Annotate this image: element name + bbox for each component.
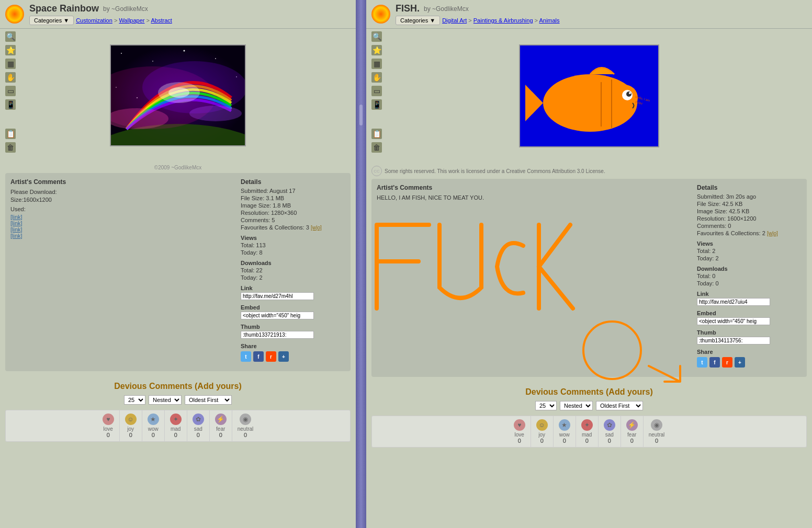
left-link-input[interactable] [241,292,314,300]
right-image-area: Hello, I am FISH [366,29,812,163]
right-grid-icon[interactable]: ▦ [371,59,382,69]
left-share-heading: Share [241,343,345,349]
left-title: Space Rainbow [29,3,99,14]
right-resolution: Resolution: 1600×1200 [697,215,802,222]
right-link-input[interactable] [697,298,770,306]
left-logo [5,5,24,24]
left-emotion-fear[interactable]: ⚡ fear 0 [210,410,232,441]
left-link-3[interactable]: [link] [10,226,235,233]
left-embed-input[interactable] [241,312,314,319]
right-add-yours[interactable]: (Add yours) [606,387,653,396]
svg-point-2 [152,61,153,62]
right-thumb-heading: Thumb [697,329,802,336]
left-nav-customization[interactable]: Customization [76,17,112,24]
zoom-icon[interactable]: 🔍 [5,31,16,42]
right-emotion-sad[interactable]: ✿ sad 0 [599,416,621,447]
left-link-1[interactable]: [link] [10,214,235,220]
star-icon[interactable]: ⭐ [5,45,16,55]
right-comments-order[interactable]: Oldest First Newest First [596,401,643,410]
right-emotion-joy[interactable]: ☺ joy 0 [531,416,554,447]
left-emotion-joy[interactable]: ☺ joy 0 [120,410,142,441]
left-header-info: Space Rainbow by ~GodlikeMcx Categories … [29,3,172,25]
neutral-label: neutral [238,426,254,432]
left-emotion-neutral[interactable]: ◉ neutral 0 [232,410,259,441]
right-nav-paintings[interactable]: Paintings & Airbrushing [473,17,533,24]
right-downloads-today: Today: 0 [697,280,802,286]
right-title: FISH. [396,3,420,14]
left-size-label: Size:1600x1200 [10,197,235,203]
neutral-icon: ◉ [240,414,251,425]
right-emotion-love[interactable]: ♥ love 0 [509,416,531,447]
right-categories-btn[interactable]: Categories ▼ [396,16,440,25]
right-thumb-input[interactable] [697,337,770,345]
left-more-share-icon[interactable]: + [278,351,289,362]
right-embed-input[interactable] [697,317,770,325]
right-comments-count[interactable]: 25 50 [535,401,557,410]
right-star-icon[interactable]: ⭐ [371,45,382,55]
left-fav-link[interactable]: [w|o] [311,225,322,231]
hand-icon[interactable]: ✋ [5,72,16,83]
rect-icon[interactable]: ▭ [5,86,16,96]
right-nav-digital[interactable]: Digital Art [442,17,467,24]
right-emotion-fear[interactable]: ⚡ fear 0 [621,416,644,447]
left-thumb-input[interactable] [241,331,314,339]
left-image-size: Image Size: 1.8 MB [241,202,345,209]
right-embed-heading: Embed [697,310,802,316]
left-emotion-mad[interactable]: ✦ mad 0 [165,410,187,441]
left-link-4[interactable]: [link] [10,233,235,239]
right-artist-text: HELLO, I AM FISH, NICE TO MEAT YOU. [377,194,692,201]
right-trash-icon[interactable]: 🗑 [371,142,382,153]
right-hand-icon[interactable]: ✋ [371,72,382,83]
right-artist-comments-heading: Artist's Comments [377,184,692,191]
right-emotion-mad[interactable]: ✦ mad 0 [576,416,599,447]
left-emotion-love[interactable]: ♥ love 0 [97,410,120,441]
right-rect-icon[interactable]: ▭ [371,86,382,96]
right-emotion-wow[interactable]: ★ wow 0 [554,416,576,447]
right-fav-link[interactable]: [w|o] [767,231,778,236]
right-neutral-icon: ◉ [651,419,662,431]
left-download-label: Please Download: [10,189,235,195]
right-fear-icon: ⚡ [626,419,638,431]
right-comments-nested[interactable]: Nested Flat [560,401,593,410]
right-twitter-icon[interactable]: t [697,357,707,368]
right-mad-label: mad [582,432,592,438]
right-emotion-neutral[interactable]: ◉ neutral 0 [644,416,670,447]
right-header-info: FISH. by ~GodlikeMcx Categories ▼ Digita… [396,3,560,25]
right-love-label: love [515,432,524,438]
right-more-share-icon[interactable]: + [735,357,745,368]
right-favourites: Favourites & Collections: 2 [w|o] [697,230,802,236]
left-nav-wallpaper[interactable]: Wallpaper [119,17,144,24]
joy-label: joy [127,426,134,432]
right-facebook-icon[interactable]: f [709,357,720,368]
right-phone-icon[interactable]: 📱 [371,99,382,110]
left-reddit-icon[interactable]: r [266,351,276,362]
left-add-yours[interactable]: (Add yours) [195,382,242,391]
left-info-panels: Artist's Comments Please Download: Size:… [5,173,351,371]
left-link-2[interactable]: [link] [10,220,235,226]
left-comments-count[interactable]: 25 50 [124,395,145,405]
trash-icon[interactable]: 🗑 [5,142,16,153]
left-facebook-icon[interactable]: f [253,351,264,362]
left-emotion-wow[interactable]: ★ wow 0 [142,410,165,441]
left-emotion-sad[interactable]: ✿ sad 0 [187,410,210,441]
phone-icon[interactable]: 📱 [5,99,16,110]
left-views-heading: Views [241,235,345,241]
mad-label: mad [171,426,181,432]
right-copy-icon[interactable]: 📋 [371,129,382,139]
left-categories-btn[interactable]: Categories ▼ [29,16,74,25]
left-artist-comments-heading: Artist's Comments [10,178,235,186]
left-comments-nested[interactable]: Nested Flat [149,395,182,405]
right-zoom-icon[interactable]: 🔍 [371,31,382,42]
right-share-heading: Share [697,349,802,355]
panel-divider[interactable] [356,0,366,528]
left-twitter-icon[interactable]: t [241,351,251,362]
left-comments-order[interactable]: Oldest First Newest First [185,395,232,405]
right-fear-count: 0 [630,438,634,444]
right-info-panels: Artist's Comments HELLO, I AM FISH, NICE… [371,179,807,377]
right-nav-animals[interactable]: Animals [539,17,559,24]
left-nav-abstract[interactable]: Abstract [151,17,172,24]
right-comments-section: Devious Comments (Add yours) 25 50 Neste… [366,382,812,453]
grid-icon[interactable]: ▦ [5,59,16,69]
copy-icon[interactable]: 📋 [5,129,16,139]
right-reddit-icon[interactable]: r [722,357,732,368]
